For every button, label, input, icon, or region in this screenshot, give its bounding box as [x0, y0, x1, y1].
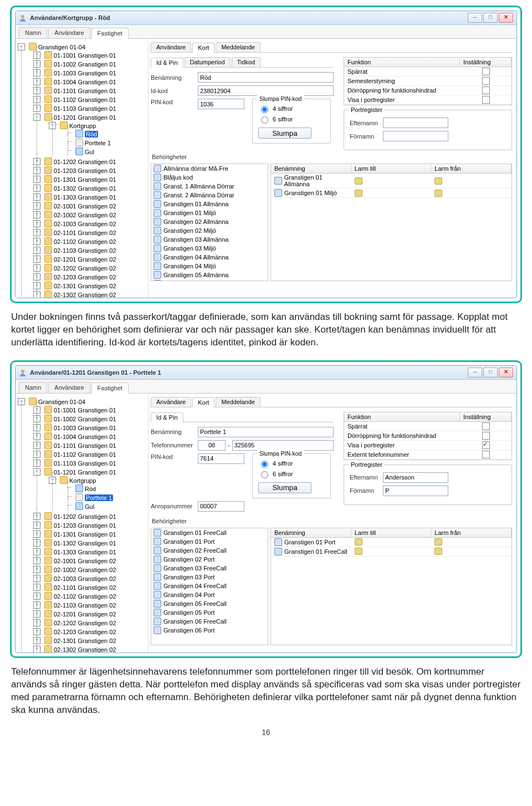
tree-item[interactable]: +01-1203 Granstigen 01 [37, 521, 146, 529]
tree-item[interactable]: −KortgruppRödPorttele 1Gul [52, 121, 146, 156]
tree-item[interactable]: Porttele 1 [68, 138, 146, 147]
list-item[interactable]: Granstigen 01 Miljö [151, 208, 268, 217]
tree-item[interactable]: +01-1302 Granstigen 01 [37, 538, 146, 547]
tab-anvandare[interactable]: Användare [48, 382, 90, 393]
tree-item[interactable]: +02-1103 Granstigen 02 [37, 246, 146, 254]
list-item[interactable]: Granstigen 05 Allmänna [151, 271, 268, 279]
tree-item[interactable]: +01-1103 Granstigen 01 [37, 458, 146, 467]
subtab-kort[interactable]: Kort [192, 43, 214, 53]
tree-item[interactable]: +02-1102 Granstigen 02 [37, 237, 146, 246]
list-item[interactable]: Granstigen 04 Allmänna [151, 253, 268, 262]
tab-namn[interactable]: Namn [19, 27, 47, 38]
close-button[interactable]: ✕ [499, 13, 513, 23]
tree-item[interactable]: +01-1103 Granstigen 01 [37, 104, 146, 113]
alarm-icon[interactable] [355, 177, 362, 185]
tab-fastighet[interactable]: Fastighet [91, 382, 129, 394]
list-item[interactable]: Granstigen 02 FreeCall [151, 546, 268, 555]
maximize-button[interactable]: □ [483, 368, 498, 378]
tree-view[interactable]: −Granstigen 01-04+01-1001 Granstigen 01+… [21, 42, 146, 298]
tree-item[interactable]: +02-1203 Granstigen 02 [37, 272, 146, 281]
list-item[interactable]: Granstigen 04 Port [151, 590, 268, 599]
tree-item[interactable]: +02-1203 Granstigen 02 [37, 627, 146, 636]
tree-item[interactable]: +02-1201 Granstigen 02 [37, 254, 146, 263]
tree-item[interactable]: +02-1102 Granstigen 02 [37, 591, 146, 600]
tree-item[interactable]: +01-1004 Granstigen 01 [37, 432, 146, 441]
checkbox[interactable] [482, 432, 490, 440]
list-item[interactable]: Blåljus kod [151, 173, 268, 182]
subtab-meddelande[interactable]: Meddelande [216, 42, 260, 52]
list-item[interactable]: Granstigen 03 Miljö [151, 244, 268, 253]
tree-item[interactable]: +01-1102 Granstigen 01 [37, 95, 146, 104]
tree-item[interactable]: +01-1202 Granstigen 01 [37, 512, 146, 521]
list-item[interactable]: Granstigen 04 FreeCall [151, 581, 268, 590]
alarm-icon[interactable] [434, 190, 442, 197]
minimize-button[interactable]: – [468, 368, 482, 378]
tree-item[interactable]: +01-1101 Granstigen 01 [37, 441, 146, 450]
alarm-icon[interactable] [434, 538, 442, 545]
list-item[interactable]: Granstigen 04 Miljö [151, 262, 268, 271]
slumpa-button[interactable]: Slumpa [258, 482, 311, 493]
pinkod-input[interactable] [198, 453, 244, 464]
subtab-anvandare[interactable]: Användare [151, 397, 191, 407]
list-item[interactable]: Granstigen 03 FreeCall [151, 564, 268, 573]
tab-fastighet[interactable]: Fastighet [91, 28, 129, 39]
idkod-input[interactable] [198, 85, 334, 96]
tree-item[interactable]: Röd [68, 484, 146, 493]
subtab-idpin[interactable]: Id & Pin [151, 58, 183, 68]
alarm-icon[interactable] [355, 538, 362, 545]
alarm-icon[interactable] [355, 190, 362, 197]
tree-item[interactable]: +02-1302 Granstigen 02 [37, 290, 146, 298]
efternamn-input[interactable] [383, 118, 448, 128]
tree-item[interactable]: +02-1301 Granstigen 02 [37, 636, 146, 645]
tree-item[interactable]: +01-1301 Granstigen 01 [37, 175, 146, 183]
minimize-button[interactable]: – [468, 13, 482, 23]
alarm-icon[interactable] [434, 548, 442, 555]
list-item[interactable]: Granstigen 05 FreeCall [151, 599, 268, 608]
close-button[interactable]: ✕ [499, 368, 513, 378]
list-item[interactable]: Allmänna dörrar Må-Fre [151, 164, 268, 173]
list-item[interactable]: Granstigen 01 Port [151, 537, 268, 546]
tree-item[interactable]: +01-1301 Granstigen 01 [37, 529, 146, 538]
tree-item[interactable]: +02-1001 Granstigen 02 [37, 201, 146, 210]
tree-item[interactable]: +02-1002 Granstigen 02 [37, 565, 146, 574]
tree-item[interactable]: +01-1202 Granstigen 01 [37, 157, 146, 166]
tree-item[interactable]: +02-1103 Granstigen 02 [37, 600, 146, 609]
slumpa-button[interactable]: Slumpa [258, 127, 311, 139]
benamning-input[interactable] [198, 72, 334, 83]
list-item[interactable]: Granstigen 06 Port [151, 626, 268, 635]
tree-item[interactable]: +02-1101 Granstigen 02 [37, 583, 146, 591]
tel-number-input[interactable] [232, 440, 334, 451]
tree-item[interactable]: +01-1003 Granstigen 01 [37, 68, 146, 77]
tree-item[interactable]: Röd [68, 129, 146, 138]
tel-prefix-input[interactable] [198, 440, 226, 451]
tree-item[interactable]: +01-1303 Granstigen 01 [37, 192, 146, 201]
subtab-meddelande[interactable]: Meddelande [216, 397, 260, 407]
tree-item[interactable]: +02-1101 Granstigen 02 [37, 228, 146, 237]
subtab-tidkod[interactable]: Tidkod [232, 57, 261, 67]
list-item[interactable]: Granstigen 05 Miljö [151, 279, 268, 281]
tab-anvandare[interactable]: Användare [48, 27, 90, 38]
tree-item[interactable]: +01-1002 Granstigen 01 [37, 414, 146, 423]
tree-item[interactable]: +01-1203 Granstigen 01 [37, 166, 146, 175]
subtab-kort[interactable]: Kort [192, 397, 214, 407]
checkbox[interactable] [482, 96, 490, 104]
tree-item[interactable]: +02-1201 Granstigen 02 [37, 609, 146, 618]
list-item[interactable]: Granstigen 06 FreeCall [151, 617, 268, 626]
tree-item[interactable]: +02-1301 Granstigen 02 [37, 281, 146, 290]
tree-item[interactable]: Porttele 1 [68, 493, 146, 502]
alarm-icon[interactable] [434, 177, 442, 185]
tree-item[interactable]: −KortgruppRödPorttele 1Gul [52, 476, 146, 511]
radio-6-digits[interactable] [261, 471, 268, 478]
list-item[interactable]: Granstigen 02 Allmänna [151, 217, 268, 226]
maximize-button[interactable]: □ [483, 13, 498, 23]
tree-item[interactable]: +02-1003 Granstigen 02 [37, 219, 146, 228]
tree-item[interactable]: +02-1302 Granstigen 02 [37, 645, 146, 652]
tree-item[interactable]: +01-1002 Granstigen 01 [37, 59, 146, 68]
tree-item[interactable]: −01-1201 Granstigen 01−KortgruppRödPortt… [37, 467, 146, 512]
tree-item[interactable]: Gul [68, 147, 146, 156]
tree-item[interactable]: +01-1302 Granstigen 01 [37, 183, 146, 192]
benamning-input[interactable] [198, 427, 334, 437]
list-item[interactable]: Granst. 2 Allmänna Dörrar [151, 191, 268, 200]
tree-item[interactable]: Gul [68, 502, 146, 511]
tree-item[interactable]: +02-1202 Granstigen 02 [37, 618, 146, 627]
